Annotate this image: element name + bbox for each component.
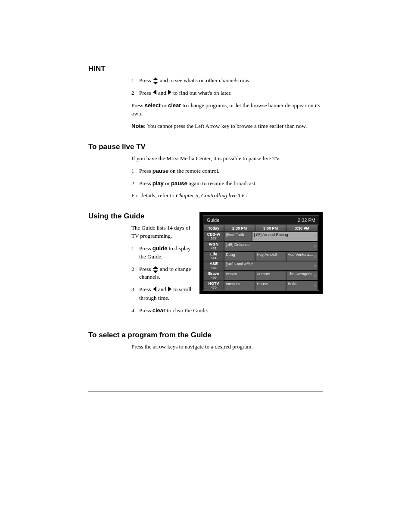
text: Press [139,90,153,96]
right-arrow-icon [168,89,171,97]
continues-right-icon [314,284,317,287]
channel-cell: Life451 [203,252,224,261]
hint-note: Note: You cannot press the Left Arrow ke… [131,122,323,131]
guide-button-label: guide [153,245,168,252]
program-track: DougHey Arnold!Ace Ventura:... [224,252,318,261]
play-button-label: play [153,180,164,187]
continues-right-icon [314,235,317,238]
select-button-label: select [145,102,161,109]
step-number: 3 [131,286,139,294]
continues-left-icon [225,245,227,248]
text: Press [139,245,153,252]
guide-row: Bravo456Bravo!AuthorsThe Avengers [203,271,319,281]
program-cell: The Avengers [286,271,318,280]
hint-step-2: 2 Press and to find out what's on later. [131,89,323,97]
guide-screenshot: Guide 2:32 PM Today 2:30 PM 3:00 PM 3:30… [199,212,323,294]
hint-step-3: Press select or clear to change programs… [131,102,323,118]
right-arrow-icon [168,286,171,294]
text: to clear the Guide. [167,307,208,314]
select-section-body: Press the arrow keys to navigate to a de… [131,343,323,351]
continues-right-icon [314,245,317,248]
pause-button-label: pause [171,180,187,187]
channel-number: 456 [205,276,223,280]
program-track: [:45] Defiance [224,242,318,251]
guide-step-4: 4 Press clear to clear the Guide. [131,307,323,315]
guide-step-1: 1 Press guide to display the Guide. [131,245,192,261]
continues-right-icon [314,255,317,258]
svg-marker-1 [153,82,158,84]
continues-left-icon [225,264,227,268]
text: Press [139,180,153,187]
text: to find out what's on later. [173,90,231,96]
text: to see what's on other channels now. [169,77,251,84]
text: or [165,180,171,187]
guide-header-title: Guide [207,218,219,223]
guide-row: CBS-W327Blind Faith[:05] Art and Racing [203,232,319,242]
program-cell: [:45] Defiance [224,242,318,251]
step-number: 1 [131,245,139,253]
guide-time-2: 3:00 PM [255,225,286,232]
program-track: InteriorsHouseBuild [224,281,318,290]
guide-time-1: 2:30 PM [224,225,255,232]
pause-step-2: 2 Press play or pause again to resume th… [131,180,323,188]
step-number: 4 [131,307,139,315]
svg-marker-4 [153,266,158,269]
svg-marker-5 [153,271,158,273]
left-arrow-icon [153,89,156,97]
guide-row: Life451DougHey Arnold!Ace Ventura:... [203,252,319,261]
channel-number: 327 [205,237,223,241]
program-cell: [:05] Art and Racing [252,232,318,241]
channel-number: 451 [205,256,223,260]
note-body: You cannot press the Left Arrow key to b… [147,123,307,129]
channel-cell: A&E453 [203,261,224,271]
program-cell: [:40] Fatal Affair [224,261,318,271]
clear-button-label: clear [168,102,181,109]
continues-right-icon [314,264,317,268]
program-cell: Authors [255,271,286,280]
chapter-ref: Chapter 5, Controlling live TV [176,192,245,199]
text: and [158,90,168,96]
channel-cell: Bravo456 [203,271,224,281]
program-track: Blind Faith[:05] Art and Racing [224,232,318,241]
guide-row: A&E453[:40] Fatal Affair [203,261,319,271]
guide-row: HGTV470InteriorsHouseBuild [203,281,319,291]
pause-button-label: pause [153,168,169,174]
program-track: [:40] Fatal Affair [224,261,318,271]
step-number: 1 [131,167,139,175]
text: For details, refer to [131,192,176,199]
text: and [158,286,168,292]
guide-step-3: 3 Press and to scroll through time. [131,286,192,302]
left-arrow-icon [153,286,156,294]
continues-left-icon [225,235,227,238]
hint-step-1: 1 Press and to see what's on other chann… [131,77,323,85]
pause-step-1: 1 Press pause on the remote control. [131,167,323,175]
text: or [162,102,168,109]
pause-intro: If you have the Moxi Media Center, it is… [131,155,323,163]
text: Press [139,307,153,314]
guide-header-time: 2:32 PM [298,218,315,223]
select-section-title: To select a program from the Guide [88,331,323,339]
svg-marker-0 [153,78,158,80]
program-cell: Hey Arnold! [255,252,286,261]
channel-cell: CBS-W327 [203,232,224,242]
channel-number: 470 [205,286,223,290]
step-number: 2 [131,265,139,274]
clear-button-label: clear [153,307,165,314]
guide-time-3: 3:30 PM [286,225,318,232]
channel-cell: WGN431 [203,242,224,252]
program-cell: Interiors [224,281,255,290]
text: Press [131,102,145,109]
hint-title: HINT [88,65,323,73]
program-track: Bravo!AuthorsThe Avengers [224,271,318,280]
note-label: Note: [131,123,146,129]
channel-cell: HGTV470 [203,281,224,291]
svg-marker-7 [168,286,171,292]
program-cell: Blind Faith [224,232,252,241]
text: Press [139,77,153,84]
page-rule [88,390,323,392]
text: Press [139,286,153,292]
text: on the remote control. [170,168,220,174]
step-number: 2 [131,89,139,97]
svg-marker-3 [168,90,171,95]
program-cell: House [255,281,286,290]
